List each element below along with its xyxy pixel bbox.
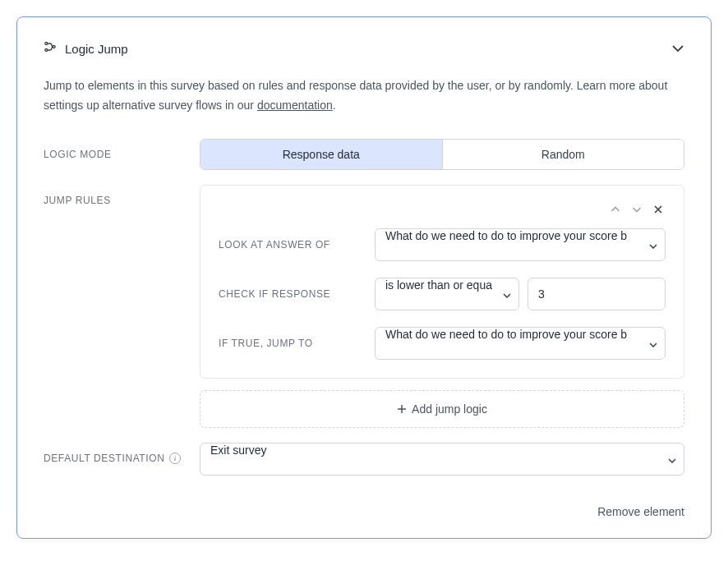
- logic-mode-random[interactable]: Random: [443, 140, 684, 169]
- move-rule-down-button[interactable]: [629, 202, 644, 217]
- card-title: Logic Jump: [65, 42, 128, 56]
- check-if-response-row: CHECK IF RESPONSE is lower than or equa: [219, 278, 666, 310]
- move-rule-up-button[interactable]: [608, 202, 623, 217]
- svg-point-0: [45, 43, 48, 45]
- default-destination-select[interactable]: Exit survey: [200, 443, 684, 476]
- collapse-toggle[interactable]: [671, 41, 684, 56]
- jump-rules-row: JUMP RULES LOOK AT ANSWER OF: [44, 185, 684, 428]
- add-jump-logic-label: Add jump logic: [412, 402, 487, 416]
- look-at-answer-row: LOOK AT ANSWER OF What do we need to do …: [219, 228, 666, 261]
- card-header: Logic Jump: [44, 40, 684, 57]
- logic-mode-label: LOGIC MODE: [44, 139, 200, 160]
- description-after: .: [333, 99, 336, 112]
- if-true-jump-select[interactable]: What do we need to do to improve your sc…: [375, 327, 666, 360]
- card-header-left: Logic Jump: [44, 40, 128, 57]
- chevron-up-icon: [611, 206, 620, 213]
- chevron-down-icon: [632, 206, 642, 213]
- logic-mode-segmented: Response data Random: [200, 139, 684, 170]
- description-text: Jump to elements in this survey based on…: [44, 76, 684, 116]
- svg-point-2: [53, 46, 55, 48]
- jump-rules-label: JUMP RULES: [44, 185, 200, 206]
- default-destination-row: DEFAULT DESTINATION i Exit survey: [44, 443, 684, 476]
- card-footer: Remove element: [44, 505, 684, 518]
- delete-rule-button[interactable]: [651, 202, 666, 217]
- look-at-answer-label: LOOK AT ANSWER OF: [219, 239, 375, 251]
- remove-element-button[interactable]: Remove element: [597, 505, 684, 518]
- logic-jump-card: Logic Jump Jump to elements in this surv…: [16, 16, 712, 539]
- check-value-input[interactable]: [528, 278, 666, 310]
- info-icon[interactable]: i: [169, 453, 181, 464]
- look-at-answer-select[interactable]: What do we need to do to improve your sc…: [375, 228, 666, 261]
- plus-icon: [397, 404, 407, 414]
- check-operator-select[interactable]: is lower than or equa: [375, 278, 519, 310]
- default-destination-label-text: DEFAULT DESTINATION: [44, 453, 164, 464]
- jump-rule-box: LOOK AT ANSWER OF What do we need to do …: [200, 185, 684, 379]
- if-true-jump-row: IF TRUE, JUMP TO What do we need to do t…: [219, 327, 666, 360]
- logic-mode-row: LOGIC MODE Response data Random: [44, 139, 684, 170]
- logic-mode-response-data[interactable]: Response data: [200, 140, 443, 169]
- rule-toolbar: [219, 202, 666, 217]
- logic-jump-icon: [44, 40, 57, 57]
- close-icon: [653, 205, 663, 214]
- chevron-down-icon: [671, 44, 684, 53]
- check-if-response-label: CHECK IF RESPONSE: [219, 288, 375, 300]
- add-jump-logic-button[interactable]: Add jump logic: [200, 390, 684, 428]
- default-destination-label: DEFAULT DESTINATION i: [44, 443, 200, 464]
- if-true-jump-label: IF TRUE, JUMP TO: [219, 338, 375, 349]
- svg-point-1: [45, 49, 48, 52]
- documentation-link[interactable]: documentation: [257, 99, 333, 112]
- description-before: Jump to elements in this survey based on…: [44, 79, 667, 112]
